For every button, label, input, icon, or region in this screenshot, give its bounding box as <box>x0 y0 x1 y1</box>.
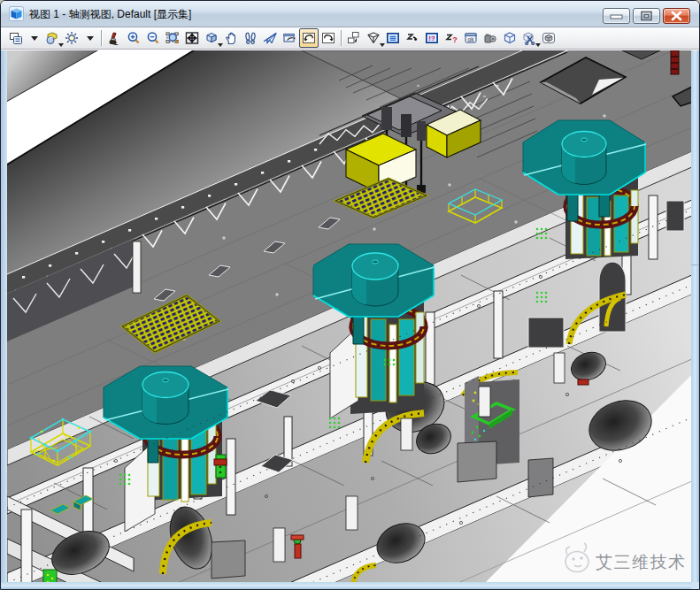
show-display-set-button[interactable]: !? <box>422 28 442 48</box>
show-display-depth-icon: ? <box>444 31 458 45</box>
model-render: 艾三维技术 <box>1 50 699 589</box>
adjust-lighting-button[interactable] <box>62 28 81 48</box>
vertical-scrollbar[interactable] <box>691 50 699 582</box>
restore-button[interactable] <box>633 8 660 24</box>
horizontal-scrollbar[interactable] <box>1 582 699 589</box>
toolbar-separator <box>101 30 102 46</box>
view-previous-icon <box>302 31 316 45</box>
define-camera-button[interactable] <box>481 28 500 48</box>
window-area-button[interactable] <box>163 28 182 48</box>
svg-text:ok: ok <box>468 36 475 42</box>
copy-view-button[interactable] <box>344 28 364 48</box>
view-previous-button[interactable] <box>299 28 319 48</box>
toolbar-separator <box>341 30 342 46</box>
svg-text:!?: !? <box>428 34 435 42</box>
show-display-depth-button[interactable]: ? <box>442 28 461 48</box>
cube-in-box-icon <box>542 31 556 45</box>
minimize-button[interactable] <box>603 8 630 24</box>
view-attributes-button[interactable] <box>6 28 26 48</box>
set-display-depth-icon <box>405 31 419 45</box>
close-button[interactable] <box>663 8 690 24</box>
minimize-icon <box>604 9 629 23</box>
view-next-button[interactable] <box>319 28 338 48</box>
update-view-brush-button[interactable] <box>104 28 124 48</box>
clip-cube-scissors-icon <box>522 31 536 45</box>
window-area-icon <box>165 31 180 45</box>
clip-volume-funnel-icon <box>366 31 381 45</box>
dialog-ok-button[interactable]: ok <box>461 28 481 48</box>
dropdown-arrow-icon <box>31 36 38 41</box>
rotate-view-cube-button[interactable] <box>202 28 221 48</box>
restore-icon <box>634 9 659 23</box>
navigate-view-icon <box>282 31 296 45</box>
red-pipe <box>671 50 679 74</box>
view-toolbar: !??ok <box>1 27 699 50</box>
view-attributes-icon <box>9 31 23 45</box>
update-view-brush-icon <box>107 31 121 45</box>
fit-view-button[interactable] <box>182 28 202 48</box>
apply-display-set-button[interactable] <box>383 28 403 48</box>
watermark-text: 艾三维技术 <box>596 553 687 571</box>
cube-wireframe-icon <box>503 31 517 45</box>
copy-view-icon <box>347 31 361 45</box>
zoom-in-icon <box>127 31 141 45</box>
view-window: 视图 1 - 轴测视图, Default [显示集] !??ok <box>0 0 700 590</box>
display-style-button[interactable] <box>42 28 62 48</box>
pan-view-hand-icon <box>224 31 238 45</box>
rotate-view-cube-icon <box>204 31 219 45</box>
fly-plane-button[interactable] <box>260 28 280 48</box>
dropdown-arrow[interactable] <box>26 28 42 48</box>
close-icon <box>664 9 689 23</box>
svg-text:?: ? <box>452 35 458 44</box>
view-window-cube-icon <box>9 6 24 21</box>
clip-volume-funnel-button[interactable] <box>364 28 383 48</box>
display-style-icon <box>45 31 59 45</box>
walk-footprints-button[interactable] <box>241 28 260 48</box>
dropdown-arrow-icon <box>87 36 94 41</box>
cube-wireframe-button[interactable] <box>500 28 519 48</box>
apply-display-set-icon <box>386 31 400 45</box>
define-camera-icon <box>483 31 497 45</box>
show-display-set-icon: !? <box>425 31 439 45</box>
zoom-out-button[interactable] <box>143 28 163 48</box>
adjust-lighting-icon <box>65 31 79 45</box>
viewport-3d[interactable]: 艾三维技术 <box>1 50 699 589</box>
title-bar[interactable]: 视图 1 - 轴测视图, Default [显示集] <box>1 1 699 27</box>
clip-cube-scissors-button[interactable] <box>519 28 539 48</box>
zoom-out-icon <box>146 31 160 45</box>
zoom-in-button[interactable] <box>124 28 143 48</box>
pan-view-hand-button[interactable] <box>221 28 241 48</box>
fit-view-icon <box>185 31 199 45</box>
view-next-icon <box>321 31 335 45</box>
fly-plane-icon <box>263 31 277 45</box>
cube-in-box-button[interactable] <box>539 28 558 48</box>
navigate-view-button[interactable] <box>280 28 299 48</box>
scrollbar-corner <box>691 582 699 589</box>
window-frame-left <box>1 50 7 589</box>
walk-footprints-icon <box>243 31 258 45</box>
set-display-depth-button[interactable] <box>403 28 422 48</box>
dropdown-arrow[interactable] <box>81 28 98 48</box>
dialog-ok-icon: ok <box>464 31 478 45</box>
window-title: 视图 1 - 轴测视图, Default [显示集] <box>29 7 191 22</box>
